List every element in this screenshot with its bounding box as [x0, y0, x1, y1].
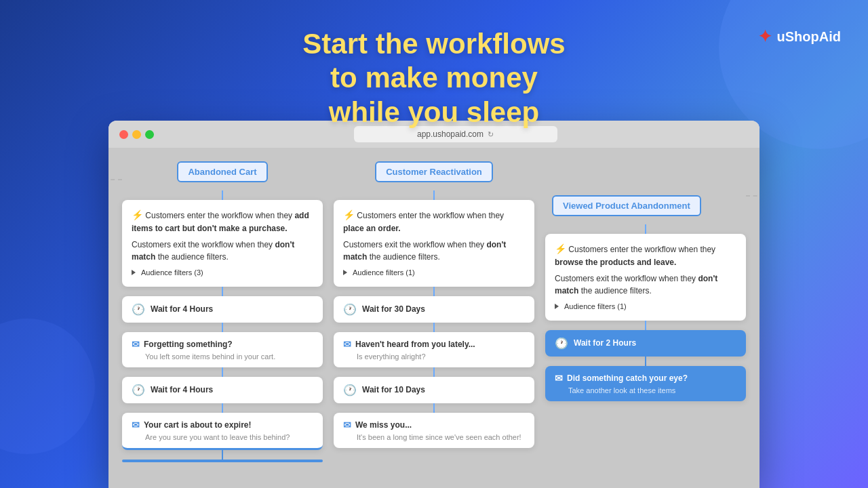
connector-2a: [433, 190, 435, 200]
browser-content: Abandoned Cart ⚡ Customers enter the wor…: [108, 148, 760, 488]
email-preview-col3-1: Take another look at these items: [555, 386, 736, 394]
trigger-text-col1: ⚡ Customers enter the workflow when they…: [132, 208, 313, 235]
headline-line2: while you sleep: [329, 96, 539, 128]
audience-toggle-col1[interactable]: Audience filters (3): [132, 267, 313, 279]
email-card-col1-2[interactable]: ✉ Your cart is about to expire! Are you …: [122, 413, 323, 450]
audience-label-col2: Audience filters (1): [353, 267, 415, 279]
wait-card-col1-2[interactable]: 🕐 Wait for 4 Hours: [122, 377, 323, 403]
wait-label-col2-2: Wait for 10 Days: [362, 385, 425, 394]
wait-card-col1-1[interactable]: 🕐 Wait for 4 Hours: [122, 296, 323, 323]
clock-icon-col2-1: 🕐: [343, 303, 357, 316]
email-icon-1: ✉: [132, 339, 140, 350]
wait-label-col3-1: Wait for 2 Hours: [574, 338, 636, 348]
audience-label-col3: Audience filters (1): [564, 301, 627, 312]
browser-window: app.ushopaid.com ↻ Abandoned Cart ⚡ Cust…: [108, 121, 760, 488]
tab-abandoned-cart[interactable]: Abandoned Cart: [177, 161, 267, 182]
email-header-col3-1: ✉ Did something catch your eye?: [555, 373, 736, 384]
connector-3b: [645, 321, 646, 330]
audience-toggle-col2[interactable]: Audience filters (1): [343, 267, 525, 279]
connector-2c: [433, 323, 435, 332]
connector-3a: [645, 224, 646, 234]
email-subject-col3-1: Did something catch your eye?: [567, 373, 688, 383]
exit-text-col2: Customers exit the workflow when they do…: [343, 239, 525, 263]
trigger-text-col2: ⚡ Customers enter the workflow when they…: [343, 208, 525, 235]
email-icon-col2-2: ✉: [343, 420, 351, 430]
col1-bottom-bar: [122, 460, 323, 462]
header: Start the workflows to make money while …: [0, 0, 868, 129]
email-subject-col1-1: Forgetting something?: [144, 340, 233, 349]
email-card-col2-1[interactable]: ✉ Haven't heard from you lately... Is ev…: [334, 332, 534, 367]
audience-toggle-col3[interactable]: Audience filters (1): [555, 301, 736, 312]
email-subject-col2-1: Haven't heard from you lately...: [355, 340, 475, 349]
connector-1e: [222, 403, 223, 413]
clock-icon-col2-2: 🕐: [343, 384, 357, 396]
column-customer-reactivation: Customer Reactivation ⚡ Customers enter …: [334, 161, 534, 474]
chevron-icon: [132, 270, 136, 275]
connector-1a: [222, 190, 223, 200]
exit-text-col3: Customers exit the workflow when they do…: [555, 272, 736, 297]
email-header-col2-1: ✉ Haven't heard from you lately...: [343, 339, 525, 350]
minimize-button[interactable]: [132, 130, 141, 139]
audience-label-col1: Audience filters (3): [141, 267, 203, 279]
connector-2e: [433, 403, 435, 413]
clock-icon-2: 🕐: [132, 384, 145, 396]
trigger-card-col1[interactable]: ⚡ Customers enter the workflow when they…: [122, 200, 323, 287]
lightning-icon-col1: ⚡: [132, 209, 143, 220]
wait-label-col1-2: Wait for 4 Hours: [151, 385, 213, 394]
trigger-text-col3: ⚡ Customers enter the workflow when they…: [555, 242, 736, 268]
email-icon-col3-1: ✉: [555, 373, 563, 384]
email-card-col1-1[interactable]: ✉ Forgetting something? You left some it…: [122, 332, 323, 367]
email-header-col1-2: ✉ Your cart is about to expire!: [132, 420, 313, 430]
email-preview-col2-2: It's been a long time since we've seen e…: [343, 433, 525, 441]
email-subject-col1-2: Your cart is about to expire!: [144, 420, 251, 430]
connector-1c: [222, 323, 223, 332]
wait-card-col2-2[interactable]: 🕐 Wait for 10 Days: [334, 377, 534, 403]
chevron-icon-col3: [555, 304, 559, 309]
column-abandoned-cart: Abandoned Cart ⚡ Customers enter the wor…: [122, 161, 323, 474]
email-preview-col2-1: Is everything alright?: [343, 352, 525, 361]
clock-icon-col3-1: 🕐: [555, 337, 568, 350]
wait-label-col2-1: Wait for 30 Days: [362, 304, 425, 314]
connector-2b: [433, 287, 435, 296]
connector-1b: [222, 287, 223, 296]
maximize-button[interactable]: [145, 130, 154, 139]
exit-text-col1: Customers exit the workflow when they do…: [132, 239, 313, 263]
email-preview-col1-1: You left some items behind in your cart.: [132, 352, 313, 361]
headline: Start the workflows to make money while …: [298, 27, 570, 129]
email-icon-2: ✉: [132, 420, 140, 430]
connector-3c: [645, 357, 646, 366]
refresh-icon[interactable]: ↻: [488, 130, 494, 139]
email-header-col2-2: ✉ We miss you...: [343, 420, 525, 430]
wait-card-col3-1[interactable]: 🕐 Wait for 2 Hours: [545, 330, 746, 357]
trigger-card-col2[interactable]: ⚡ Customers enter the workflow when they…: [334, 200, 534, 287]
email-header-col1-1: ✉ Forgetting something?: [132, 339, 313, 350]
email-preview-col1-2: Are you sure you want to leave this behi…: [132, 433, 313, 441]
traffic-lights: [119, 130, 154, 139]
email-card-col3-1[interactable]: ✉ Did something catch your eye? Take ano…: [545, 366, 746, 401]
url-text: app.ushopaid.com: [417, 129, 484, 139]
tab-viewed-product[interactable]: Viewed Product Abandonment: [552, 195, 701, 216]
headline-line1: Start the workflows to make money: [302, 28, 565, 94]
lightning-icon-col3: ⚡: [555, 243, 566, 254]
connector-2d: [433, 367, 435, 377]
connector-1d: [222, 367, 223, 377]
clock-icon-1: 🕐: [132, 303, 145, 316]
logo: ✦ uShopAid: [758, 27, 841, 46]
email-subject-col2-2: We miss you...: [355, 420, 412, 430]
wait-card-col2-1[interactable]: 🕐 Wait for 30 Days: [334, 296, 534, 323]
column-viewed-product: Viewed Product Abandonment ⚡ Customers e…: [545, 195, 746, 474]
lightning-icon-col2: ⚡: [343, 209, 355, 220]
email-card-col2-2[interactable]: ✉ We miss you... It's been a long time s…: [334, 413, 534, 448]
deco-line-left: [108, 179, 122, 180]
close-button[interactable]: [119, 130, 128, 139]
connector-1f: [222, 450, 223, 460]
deco-line-right: [746, 195, 760, 197]
tab-customer-reactivation[interactable]: Customer Reactivation: [375, 161, 493, 182]
chevron-icon-col2: [343, 270, 347, 275]
email-icon-col2-1: ✉: [343, 339, 351, 350]
logo-icon: ✦: [758, 27, 772, 46]
trigger-card-col3[interactable]: ⚡ Customers enter the workflow when they…: [545, 234, 746, 321]
wait-label-col1-1: Wait for 4 Hours: [151, 304, 213, 314]
logo-name: uShopAid: [777, 29, 841, 45]
